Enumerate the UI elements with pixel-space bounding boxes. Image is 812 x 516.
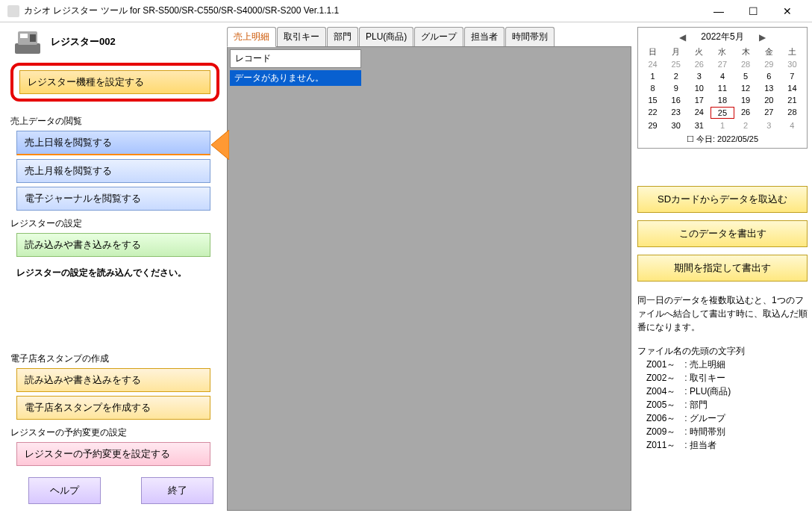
prefix-item: Z006～ : グループ <box>646 411 808 425</box>
titlebar: カシオ レジスター ツール for SR-S500/SR-C550/SR-S40… <box>0 0 812 22</box>
tab-bar: 売上明細取引キー部門PLU(商品)グループ担当者時間帯別 <box>227 27 631 47</box>
cal-day[interactable]: 14 <box>781 83 804 93</box>
view-journal-button[interactable]: 電子ジャーナルを閲覧する <box>16 187 210 211</box>
prefix-item: Z004～ : PLU(商品) <box>646 385 808 398</box>
prefix-item: Z009～ : 時間帯別 <box>646 425 808 438</box>
cal-day[interactable]: 19 <box>734 95 758 105</box>
prefix-item: Z001～ : 売上明細 <box>646 358 808 371</box>
svg-marker-0 <box>211 130 229 160</box>
export-data-button[interactable]: このデータを書出す <box>637 220 808 247</box>
cal-day[interactable]: 1 <box>641 71 664 81</box>
export-period-button[interactable]: 期間を指定して書出す <box>637 255 808 282</box>
cal-day[interactable]: 29 <box>758 59 781 69</box>
cal-day[interactable]: 16 <box>664 95 687 105</box>
view-monthly-button[interactable]: 売上月報を閲覧する <box>16 159 210 183</box>
cal-day[interactable]: 2 <box>734 120 758 131</box>
cal-day[interactable]: 3 <box>758 120 781 131</box>
cal-dow: 月 <box>664 46 687 57</box>
prefix-item: Z002～ : 取引キー <box>646 371 808 385</box>
cal-day[interactable]: 30 <box>781 59 804 69</box>
cal-day[interactable]: 13 <box>758 83 781 93</box>
import-sd-button[interactable]: SDカードからデータを取込む <box>637 186 808 213</box>
data-list: レコード データがありません。 <box>228 47 363 510</box>
reserve-change-button[interactable]: レジスターの予約変更を設定する <box>16 442 210 466</box>
set-model-button[interactable]: レジスター機種を設定する <box>19 70 210 94</box>
window-title: カシオ レジスター ツール for SR-S500/SR-C550/SR-S40… <box>24 4 702 17</box>
cal-day[interactable]: 9 <box>664 83 687 93</box>
cal-day[interactable]: 23 <box>664 107 687 119</box>
cal-day[interactable]: 17 <box>687 95 710 105</box>
cal-prev-icon[interactable]: ◀ <box>679 32 686 43</box>
cal-day[interactable]: 7 <box>781 71 804 81</box>
close-button[interactable]: ✕ <box>770 0 805 22</box>
read-write-button[interactable]: 読み込みや書き込みをする <box>16 233 210 257</box>
cal-day[interactable]: 1 <box>710 120 734 131</box>
cal-day[interactable]: 20 <box>758 95 781 105</box>
app-icon <box>7 5 19 17</box>
cal-day[interactable]: 10 <box>687 83 710 93</box>
cal-day[interactable]: 2 <box>664 71 687 81</box>
cal-day[interactable]: 4 <box>710 71 734 81</box>
cal-day[interactable]: 5 <box>734 71 758 81</box>
data-list-empty[interactable]: データがありません。 <box>230 70 361 86</box>
tab-4[interactable]: グループ <box>414 27 463 47</box>
tab-2[interactable]: 部門 <box>327 27 358 47</box>
cal-day[interactable]: 28 <box>781 107 804 119</box>
section-stamp-create: 電子店名スタンプの作成 <box>10 352 225 365</box>
file-prefix-list: Z001～ : 売上明細Z002～ : 取引キーZ004～ : PLU(商品)Z… <box>646 358 808 452</box>
cal-day[interactable]: 21 <box>781 95 804 105</box>
cal-day[interactable]: 8 <box>641 83 664 93</box>
cal-day[interactable]: 12 <box>734 83 758 93</box>
cal-day[interactable]: 31 <box>687 120 710 131</box>
cal-day[interactable]: 25 <box>710 107 734 119</box>
cal-day[interactable]: 24 <box>641 59 664 69</box>
cal-day[interactable]: 29 <box>641 120 664 131</box>
arrow-indicator-icon <box>210 130 229 163</box>
cal-day[interactable]: 25 <box>664 59 687 69</box>
tab-6[interactable]: 時間帯別 <box>505 27 555 47</box>
cal-day[interactable]: 18 <box>710 95 734 105</box>
tab-5[interactable]: 担当者 <box>464 27 505 47</box>
cal-day[interactable]: 27 <box>710 59 734 69</box>
help-button[interactable]: ヘルプ <box>28 477 101 504</box>
prefix-item: Z011～ : 担当者 <box>646 438 808 452</box>
cal-day[interactable]: 30 <box>664 120 687 131</box>
stamp-rw-button[interactable]: 読み込みや書き込みをする <box>16 368 210 392</box>
cal-day[interactable]: 27 <box>758 107 781 119</box>
svg-rect-4 <box>30 34 36 42</box>
cal-day[interactable]: 4 <box>781 120 804 131</box>
info-text-1: 同一日のデータを複数取込むと、1つのファイルへ結合して書出す時に、取込んだ順番に… <box>637 293 808 334</box>
data-body <box>363 47 631 510</box>
section-register-settings: レジスターの設定 <box>10 217 225 230</box>
tab-1[interactable]: 取引キー <box>277 27 326 47</box>
cal-day[interactable]: 22 <box>641 107 664 119</box>
cal-day[interactable]: 26 <box>687 59 710 69</box>
cal-next-icon[interactable]: ▶ <box>759 32 766 43</box>
calendar-today-label[interactable]: 今日: 2022/05/25 <box>641 134 804 145</box>
data-list-header: レコード <box>230 49 361 68</box>
create-stamp-button[interactable]: 電子店名スタンプを作成する <box>16 396 210 420</box>
minimize-button[interactable]: — <box>702 0 736 22</box>
cal-dow: 土 <box>781 46 804 57</box>
tab-0[interactable]: 売上明細 <box>227 27 276 47</box>
cal-day[interactable]: 6 <box>758 71 781 81</box>
view-daily-button[interactable]: 売上日報を閲覧する <box>16 131 210 155</box>
maximize-button[interactable]: ☐ <box>736 0 770 22</box>
cal-dow: 水 <box>710 46 734 57</box>
cal-day[interactable]: 11 <box>710 83 734 93</box>
highlight-box: レジスター機種を設定する <box>10 63 219 102</box>
svg-rect-1 <box>15 43 40 54</box>
exit-button[interactable]: 終了 <box>141 477 213 504</box>
cal-day[interactable]: 26 <box>734 107 758 119</box>
cal-day[interactable]: 28 <box>734 59 758 69</box>
tab-3[interactable]: PLU(商品) <box>359 27 413 47</box>
calendar[interactable]: ◀ 2022年5月 ▶ 日月火水木金土242526272829301234567… <box>637 27 808 149</box>
cal-day[interactable]: 3 <box>687 71 710 81</box>
register-name: レジスター002 <box>51 35 116 49</box>
cal-day[interactable]: 24 <box>687 107 710 119</box>
calendar-title: 2022年5月 <box>701 31 743 43</box>
cal-day[interactable]: 15 <box>641 95 664 105</box>
cal-dow: 木 <box>734 46 758 57</box>
cal-dow: 金 <box>758 46 781 57</box>
svg-rect-3 <box>20 34 28 38</box>
